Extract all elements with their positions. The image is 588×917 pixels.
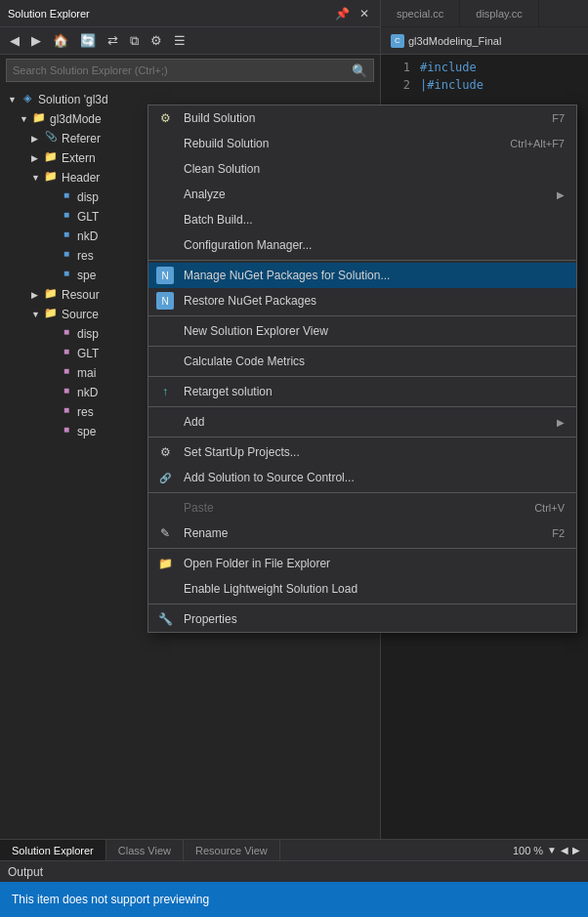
zoom-left-icon[interactable]: ◀ [561,845,568,855]
refresh-btn[interactable]: 🔄 [76,31,100,50]
pin-icon[interactable]: 📌 [332,6,353,21]
home-btn[interactable]: 🏠 [49,31,72,50]
spe-cpp-icon: ■ [59,424,74,439]
menu-separator-4 [148,376,576,377]
menu-item-startup[interactable]: ⚙ Set StartUp Projects... [148,439,576,465]
code-line-2: 2 |#include [381,76,588,94]
rename-icon: ✎ [156,524,174,542]
resource-icon: 📁 [43,287,59,303]
menu-item-rename[interactable]: ✎ Rename F2 [148,521,576,546]
solution-arrow: ▼ [8,95,20,104]
menu-separator-6 [148,437,576,438]
spe-h-label: spe [77,269,96,282]
disp-cpp-icon: ■ [59,326,74,342]
retarget-label: Retarget solution [184,385,565,398]
menu-separator-3 [148,346,576,347]
nkd-cpp-icon: ■ [59,385,74,400]
line-content-2: |#include [420,78,483,92]
forward-btn[interactable]: ▶ [27,31,45,50]
add-icon [156,413,174,431]
glt-cpp-icon: ■ [59,346,74,361]
menu-item-manage-nuget[interactable]: N Manage NuGet Packages for Solution... [148,263,576,288]
settings-btn[interactable]: ⚙ [147,31,166,50]
restore-label: Restore NuGet Packages [184,294,565,308]
menu-item-new-view[interactable]: New Solution Explorer View [148,318,576,344]
source-arrow: ▼ [31,310,43,319]
zoom-right-icon[interactable]: ▶ [572,845,580,855]
menu-item-source-control[interactable]: 🔗 Add Solution to Source Control... [148,465,576,490]
rebuild-label: Rebuild Solution [184,137,490,150]
tab-class-view[interactable]: Class View [106,840,184,860]
tab-display-cc[interactable]: display.cc [460,0,538,26]
collapse-btn[interactable]: ☰ [170,31,189,50]
add-label: Add [184,415,549,429]
rename-label: Rename [184,526,532,540]
panel-title-bar: Solution Explorer 📌 ✕ [0,0,380,27]
menu-item-open-folder[interactable]: 📁 Open Folder in File Explorer [148,551,576,576]
build-label: Build Solution [184,111,532,125]
zoom-text: 100 % [513,845,543,856]
external-label: Extern [62,151,96,165]
spe-cpp-label: spe [77,425,96,438]
rebuild-shortcut: Ctrl+Alt+F7 [510,138,565,149]
new-view-icon [156,322,174,340]
external-icon: 📁 [43,150,59,166]
status-text: This item does not support previewing [12,893,209,906]
open-folder-icon: 📁 [156,555,174,572]
menu-item-code-metrics[interactable]: Calculate Code Metrics [148,349,576,374]
menu-item-rebuild-solution[interactable]: Rebuild Solution Ctrl+Alt+F7 [148,131,576,156]
menu-separator-2 [148,315,576,316]
search-input[interactable] [13,64,352,76]
tab-resource-view[interactable]: Resource View [184,840,280,860]
clean-label: Clean Solution [184,162,565,176]
back-btn[interactable]: ◀ [6,31,23,50]
paste-label: Paste [184,501,515,515]
header-icon: 📁 [43,170,59,186]
analyze-icon [156,186,174,203]
menu-item-enable-lightweight[interactable]: Enable Lightweight Solution Load [148,576,576,602]
resource-label: Resour [62,288,100,302]
menu-separator-5 [148,406,576,407]
status-bar: This item does not support previewing [0,882,588,917]
context-menu: ⚙ Build Solution F7 Rebuild Solution Ctr… [147,104,577,633]
project-arrow: ▼ [20,114,31,124]
batch-label: Batch Build... [184,213,565,227]
search-icon[interactable]: 🔍 [352,63,367,78]
menu-item-add[interactable]: Add ▶ [148,409,576,435]
new-view-btn[interactable]: ⧉ [126,31,143,51]
tab-special-cc[interactable]: special.cc [381,0,460,26]
menu-item-restore-nuget[interactable]: N Restore NuGet Packages [148,288,576,313]
line-num-2: 2 [381,78,420,92]
references-arrow: ▶ [31,134,43,144]
paste-shortcut: Ctrl+V [534,502,565,514]
references-label: Referer [62,132,101,146]
solution-label: Solution 'gl3d [38,93,108,106]
editor-tabs-bar: special.cc display.cc [381,0,588,27]
glt-h-label: GLT [77,210,99,224]
mai-cpp-icon: ■ [59,365,74,381]
nkd-h-label: nkD [77,229,98,243]
line-num-1: 1 [381,61,420,74]
code-line-1: 1 #include [381,59,588,76]
menu-item-config-manager[interactable]: Configuration Manager... [148,232,576,258]
bottom-tabs-bar: Solution Explorer Class View Resource Vi… [0,839,588,860]
sync-btn[interactable]: ⇄ [104,31,122,50]
toolbar-row: ◀ ▶ 🏠 🔄 ⇄ ⧉ ⚙ ☰ [0,27,380,55]
close-icon[interactable]: ✕ [357,6,372,21]
external-arrow: ▶ [31,153,43,163]
nkd-h-icon: ■ [59,229,74,244]
menu-item-properties[interactable]: 🔧 Properties [148,606,576,632]
lightweight-icon [156,580,174,598]
res-h-label: res [77,249,94,263]
menu-item-build-solution[interactable]: ⚙ Build Solution F7 [148,105,576,131]
menu-item-retarget[interactable]: ↑ Retarget solution [148,379,576,404]
tab-solution-explorer[interactable]: Solution Explorer [0,840,106,860]
menu-separator-8 [148,548,576,549]
line-content-1: #include [420,61,477,74]
menu-item-batch-build[interactable]: Batch Build... [148,207,576,232]
menu-item-analyze[interactable]: Analyze ▶ [148,182,576,207]
zoom-dropdown-icon[interactable]: ▼ [547,845,557,855]
search-row[interactable]: 🔍 [6,59,374,82]
menu-item-clean-solution[interactable]: Clean Solution [148,156,576,182]
spe-h-icon: ■ [59,268,74,283]
